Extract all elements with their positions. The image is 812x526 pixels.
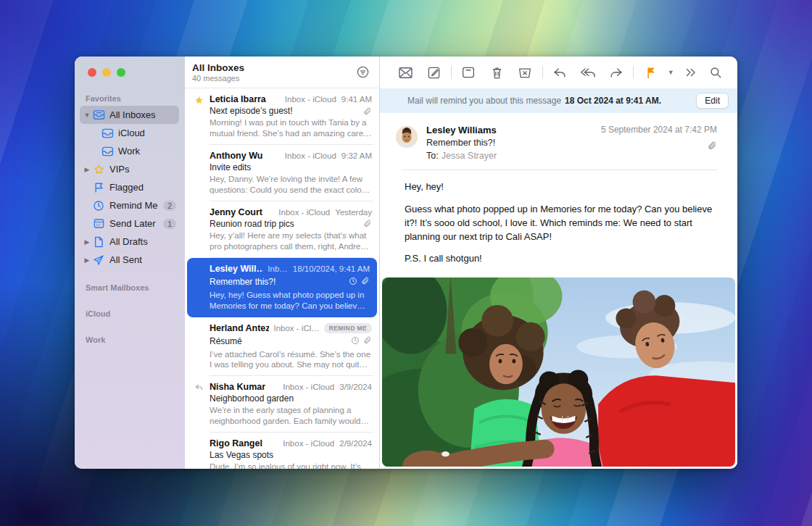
- sender: Leticia Ibarra: [210, 94, 281, 104]
- date: 2/9/2024: [339, 439, 372, 448]
- sender: Anthony Wu: [210, 151, 281, 161]
- compose-button[interactable]: [420, 62, 448, 83]
- sent-icon: [91, 254, 106, 266]
- forward-button[interactable]: [602, 62, 631, 83]
- to-label: To:: [426, 151, 439, 161]
- count-badge: 1: [163, 219, 176, 229]
- chevron-down-icon[interactable]: ▼: [83, 112, 91, 119]
- chevron-right-icon[interactable]: ▶: [83, 166, 91, 173]
- mailbox-tag: Inbox - iCloud: [285, 95, 336, 104]
- all-inboxes-icon: [91, 109, 106, 120]
- junk-button[interactable]: [511, 62, 539, 83]
- sidebar-item-all-sent[interactable]: ▶ All Sent: [80, 251, 179, 269]
- sidebar-item-label: Send Later: [109, 218, 160, 229]
- get-mail-button[interactable]: [392, 62, 420, 83]
- reading-pane: ▼ Mail will remind you about this messag…: [380, 57, 737, 469]
- paperclip-icon: [363, 335, 372, 348]
- toolbar-divider: [633, 66, 634, 79]
- flag-menu-chevron-icon[interactable]: ▼: [665, 69, 676, 76]
- inbox-icon: [100, 146, 115, 156]
- list-item[interactable]: Jenny Court Inbox - iCloudYesterday Reun…: [185, 201, 379, 258]
- mailbox-tag: Inbox - iCl…: [273, 324, 319, 333]
- sender: Herland Antezana: [210, 323, 269, 333]
- reply-button[interactable]: [546, 62, 574, 83]
- archive-button[interactable]: [455, 62, 483, 83]
- paperclip-icon: [363, 219, 372, 228]
- preview: Hey, y’all! Here are my selects (that’s …: [210, 230, 372, 252]
- mailbox-tag: Inbox - iCloud: [285, 151, 336, 160]
- edit-reminder-button[interactable]: Edit: [696, 93, 729, 109]
- remind-me-badge: REMIND ME: [324, 323, 372, 333]
- photo-attachment[interactable]: [382, 277, 735, 467]
- toolbar-divider: [451, 66, 452, 79]
- sidebar-item-work-inbox[interactable]: Work: [80, 142, 179, 160]
- sender: Jenny Court: [210, 207, 274, 217]
- subject: Résumé: [210, 336, 347, 346]
- reminder-clock-icon: [349, 275, 357, 288]
- list-item[interactable]: Anthony Wu Inbox - iCloud9:32 AM Invite …: [185, 145, 379, 201]
- calendar-icon: [91, 218, 106, 229]
- search-button[interactable]: [705, 62, 727, 83]
- smart-mailboxes-section-label[interactable]: Smart Mailboxes: [75, 279, 185, 295]
- remind-banner-text: Mail will remind you about this message: [407, 96, 561, 106]
- sender: Lesley Will…: [210, 264, 263, 274]
- minimize-window-button[interactable]: [102, 68, 111, 77]
- filter-button[interactable]: [353, 63, 372, 82]
- starred-icon: [188, 94, 210, 139]
- message-list-pane: All Inboxes 40 messages Leticia Ibarra I…: [185, 57, 380, 469]
- remind-banner-date: 18 Oct 2024 at 9:41 AM.: [565, 96, 661, 106]
- mail-window: Favorites ▼ All Inboxes iCloud Work ▶: [75, 57, 737, 469]
- preview: Dude, I’m so jealous of you right now. I…: [210, 462, 372, 469]
- zoom-window-button[interactable]: [117, 68, 125, 77]
- reply-all-button[interactable]: [574, 62, 602, 83]
- mailbox-sidebar: Favorites ▼ All Inboxes iCloud Work ▶: [75, 57, 185, 469]
- sidebar-item-icloud-inbox[interactable]: iCloud: [80, 124, 179, 142]
- inbox-icon: [100, 128, 115, 138]
- message-list-header: All Inboxes 40 messages: [185, 57, 379, 88]
- list-item[interactable]: Nisha Kumar Inbox - iCloud3/9/2024 Neigh…: [185, 376, 379, 433]
- message-header: Lesley Williams Remember this?! To:Jessa…: [380, 113, 737, 161]
- toolbar-divider: [542, 66, 543, 79]
- close-window-button[interactable]: [88, 68, 96, 77]
- trash-button[interactable]: [483, 62, 511, 83]
- preview: Morning! I was put in touch with Tania b…: [210, 117, 372, 139]
- sender-avatar[interactable]: [396, 126, 418, 148]
- date: 3/9/2024: [339, 383, 372, 391]
- list-item[interactable]: Rigo Rangel Inbox - iCloud2/9/2024 Las V…: [185, 433, 379, 469]
- recipient-name[interactable]: Jessa Strayer: [442, 151, 497, 161]
- subject: Las Vegas spots: [210, 450, 372, 460]
- reminder-clock-icon: [351, 335, 360, 348]
- sidebar-item-label: Flagged: [109, 182, 176, 193]
- chevron-right-icon[interactable]: ▶: [83, 256, 91, 264]
- body-paragraph: Guess what photo popped up in Memories f…: [405, 203, 716, 244]
- mailbox-tag: Inb…: [268, 264, 288, 273]
- chevron-right-icon[interactable]: ▶: [83, 238, 91, 246]
- message-body: Hey, hey! Guess what photo popped up in …: [380, 170, 737, 275]
- list-item[interactable]: Leticia Ibarra Inbox - iCloud9:41 AM Nex…: [185, 88, 379, 145]
- star-icon: [91, 164, 106, 175]
- body-paragraph: P.S. I call shotgun!: [405, 252, 716, 266]
- icloud-section-label[interactable]: iCloud: [75, 305, 185, 321]
- preview: Hey, hey! Guess what photo popped up in …: [210, 290, 370, 312]
- sidebar-item-vips[interactable]: ▶ VIPs: [80, 160, 179, 178]
- list-item-selected[interactable]: Lesley Will… Inb…18/10/2024, 9:41 AM Rem…: [187, 258, 377, 317]
- message-count: 40 messages: [192, 74, 353, 83]
- message-rows: Leticia Ibarra Inbox - iCloud9:41 AM Nex…: [185, 88, 379, 469]
- toolbar: ▼: [380, 57, 737, 88]
- sidebar-item-label: iCloud: [118, 128, 176, 138]
- more-toolbar-items-button[interactable]: [676, 62, 705, 83]
- list-item[interactable]: Herland Antezana Inbox - iCl…REMIND ME R…: [185, 317, 379, 377]
- sidebar-item-all-inboxes[interactable]: ▼ All Inboxes: [80, 106, 179, 124]
- sidebar-item-all-drafts[interactable]: ▶ All Drafts: [80, 233, 179, 251]
- date: Yesterday: [335, 208, 372, 217]
- sidebar-item-remind-me[interactable]: Remind Me 2: [80, 196, 179, 214]
- flag-button[interactable]: [637, 62, 665, 83]
- sidebar-item-flagged[interactable]: Flagged: [80, 178, 179, 196]
- attachment-paperclip-icon[interactable]: [601, 141, 717, 151]
- work-section-label[interactable]: Work: [75, 331, 185, 347]
- preview: We’re in the early stages of planning a …: [210, 405, 372, 427]
- sender-name[interactable]: Lesley Williams: [426, 125, 601, 135]
- mailbox-tag: Inbox - iCloud: [278, 208, 330, 217]
- sidebar-item-send-later[interactable]: Send Later 1: [80, 214, 179, 233]
- sidebar-item-label: Remind Me: [109, 200, 160, 211]
